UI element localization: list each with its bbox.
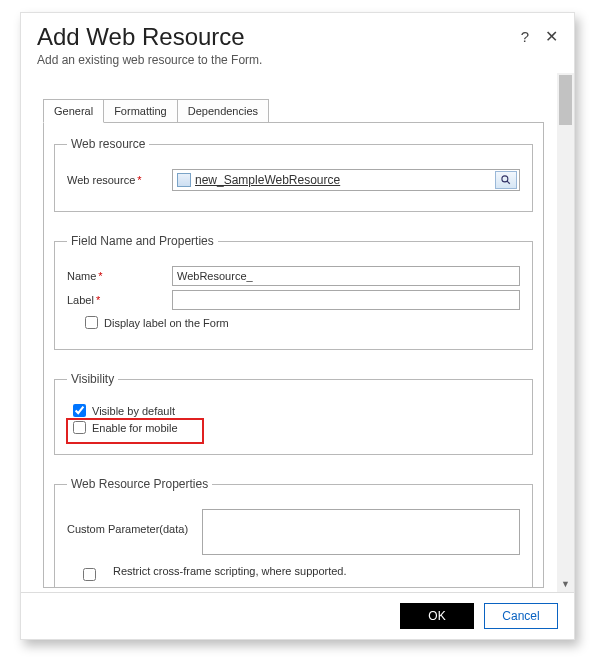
restrict-cross-frame-text: Restrict cross-frame scripting, where su… (113, 565, 347, 577)
ok-button[interactable]: OK (400, 603, 474, 629)
label-input[interactable] (172, 290, 520, 310)
search-icon (500, 174, 512, 186)
tab-dependencies[interactable]: Dependencies (177, 99, 269, 123)
label-name: Name* (67, 270, 172, 282)
legend-field-props: Field Name and Properties (67, 234, 218, 248)
dialog-body: General Formatting Dependencies Web reso… (21, 73, 574, 592)
svg-point-0 (502, 176, 508, 182)
vertical-scrollbar[interactable]: ▲ ▼ (557, 73, 574, 592)
dialog-footer: OK Cancel (21, 592, 574, 639)
dialog-subtitle: Add an existing web resource to the Form… (37, 53, 558, 67)
custom-parameter-input[interactable] (202, 509, 520, 555)
label-web-resource: Web resource* (67, 174, 172, 186)
scroll-thumb[interactable] (559, 75, 572, 125)
close-button[interactable]: ✕ (542, 27, 560, 45)
cancel-button[interactable]: Cancel (484, 603, 558, 629)
web-resource-lookup[interactable]: new_SampleWebResource (172, 169, 520, 191)
legend-wr-props: Web Resource Properties (67, 477, 212, 491)
group-web-resource: Web resource Web resource* new_SampleWeb… (54, 137, 533, 212)
enable-for-mobile-checkbox[interactable] (73, 421, 86, 434)
tab-formatting[interactable]: Formatting (103, 99, 178, 123)
web-resource-lookup-value: new_SampleWebResource (195, 173, 491, 187)
label-label: Label* (67, 294, 172, 306)
scroll-down-arrow[interactable]: ▼ (557, 575, 574, 592)
enable-for-mobile-row[interactable]: Enable for mobile (73, 421, 520, 434)
display-label-text: Display label on the Form (104, 317, 229, 329)
svg-line-1 (507, 181, 510, 184)
restrict-cross-frame-checkbox[interactable] (83, 568, 96, 581)
tab-panel-general: Web resource Web resource* new_SampleWeb… (43, 122, 544, 588)
visible-by-default-text: Visible by default (92, 405, 175, 417)
display-label-checkbox[interactable] (85, 316, 98, 329)
enable-for-mobile-text: Enable for mobile (92, 422, 178, 434)
visible-by-default-row[interactable]: Visible by default (73, 404, 520, 417)
group-web-resource-properties: Web Resource Properties Custom Parameter… (54, 477, 533, 588)
display-label-checkbox-row[interactable]: Display label on the Form (85, 316, 520, 329)
tab-container: General Formatting Dependencies Web reso… (43, 99, 544, 588)
legend-web-resource: Web resource (67, 137, 149, 151)
legend-visibility: Visibility (67, 372, 118, 386)
tab-general[interactable]: General (43, 99, 104, 123)
add-web-resource-dialog: Add Web Resource Add an existing web res… (20, 12, 575, 640)
label-custom-parameter: Custom Parameter(data) (67, 509, 202, 535)
name-input[interactable] (172, 266, 520, 286)
dialog-title: Add Web Resource (37, 23, 558, 51)
help-button[interactable]: ? (516, 27, 534, 45)
lookup-search-button[interactable] (495, 171, 517, 189)
group-field-name-properties: Field Name and Properties Name* Label* D… (54, 234, 533, 350)
dialog-header: Add Web Resource Add an existing web res… (21, 13, 574, 73)
visible-by-default-checkbox[interactable] (73, 404, 86, 417)
web-resource-type-icon (177, 173, 191, 187)
group-visibility: Visibility Visible by default Enable for… (54, 372, 533, 455)
